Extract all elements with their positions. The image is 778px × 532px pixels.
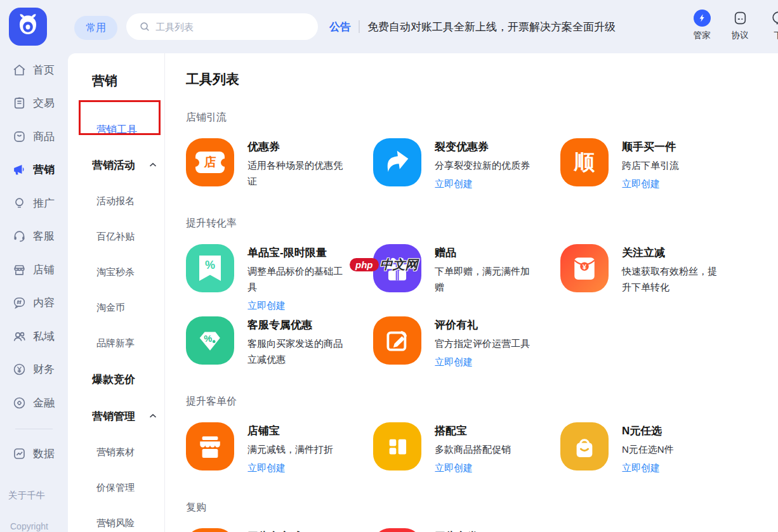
submenu-group-marketing-management[interactable]: 营销管理 [68, 398, 164, 434]
coupon-icon: 店 [186, 138, 234, 186]
svg-text:%: % [204, 334, 212, 344]
qianniu-logo[interactable] [9, 8, 47, 46]
sidebar-item-content[interactable]: 内容 [0, 287, 68, 320]
tool-desc: 下单即赠，满元满件加赠 [435, 263, 532, 295]
sidebar-item-label: 客服 [33, 229, 55, 243]
submenu-group-marketing-campaigns[interactable]: 营销活动 [68, 146, 164, 183]
tool-card-returning-discount[interactable]: 回头客立减 给指定老客的立减优惠 [186, 528, 373, 532]
bookmark-percent-icon: % [186, 244, 234, 292]
yuan-circle-icon [12, 362, 27, 377]
create-now-link[interactable]: 立即创建 [247, 299, 286, 313]
sidebar-item-promotion[interactable]: 推广 [0, 186, 68, 220]
tool-card-dianpubao[interactable]: 店铺宝 满元减钱，满件打折 立即创建 [186, 422, 373, 475]
sidebar-item-label: 金融 [33, 396, 55, 410]
layout-blocks-icon [373, 422, 421, 470]
create-now-link[interactable]: 立即创建 [622, 461, 660, 475]
megaphone-icon [12, 162, 27, 177]
tool-card-cs-exclusive[interactable]: % 客服专属优惠 客服向买家发送的商品立减优惠 [186, 316, 373, 369]
tool-card-buy-one-more[interactable]: 顺 顺手买一件 跨店下单引流 立即创建 [560, 138, 748, 191]
notice-badge[interactable]: 公告 [329, 20, 351, 34]
download-label: 下 [762, 30, 778, 41]
tool-card-returning-coupon[interactable]: 回头客券 让老客回购的运营工具 [373, 528, 560, 532]
tool-card-dapeibao[interactable]: 搭配宝 多款商品搭配促销 立即创建 [373, 422, 560, 475]
submenu-item-brand-new[interactable]: 品牌新享 [68, 325, 164, 361]
agreement-button[interactable]: 协议 [723, 10, 756, 41]
tool-card-split-coupon[interactable]: 裂变优惠券 分享裂变拉新的优质券 立即创建 [373, 138, 560, 191]
search-input[interactable] [155, 22, 309, 32]
announcement-bar[interactable]: 公告 免费自动对账工具全新上线，开票解决方案全面升级 [329, 0, 616, 53]
sidebar-item-home[interactable]: 首页 [0, 53, 68, 87]
create-now-link[interactable]: 立即创建 [435, 461, 473, 475]
sidebar-item-service[interactable]: 客服 [0, 220, 68, 254]
tool-card-n-yuan[interactable]: N元任选 N元任选N件 立即创建 [560, 422, 748, 475]
create-now-link[interactable]: 立即创建 [435, 177, 473, 191]
tag-percent-icon: % [186, 316, 234, 365]
create-now-link[interactable]: 立即创建 [247, 461, 286, 475]
search-icon [139, 21, 150, 32]
sidebar-item-label: 商品 [33, 129, 55, 144]
sidebar-item-shop[interactable]: 店铺 [0, 253, 68, 287]
sidebar-item-trade[interactable]: 交易 [0, 87, 68, 120]
tool-card-danpinbao[interactable]: % 单品宝-限时限量 调整单品标价的基础工具 立即创建 [186, 244, 373, 313]
quick-access-button[interactable]: 常用 [74, 16, 117, 40]
sidebar-divider [15, 429, 53, 429]
card-grid: 回头客立减 给指定老客的立减优惠 回头客券 让老客回购的运营工具 [186, 528, 778, 532]
section-label-aov: 提升客单价 [186, 394, 778, 408]
search-box[interactable] [126, 13, 318, 40]
sidebar-item-label: 首页 [33, 63, 55, 77]
submenu-item-activity-signup[interactable]: 活动报名 [68, 183, 164, 219]
download-button[interactable]: 下 [762, 10, 778, 41]
sidebar-item-finance[interactable]: 财务 [0, 353, 68, 387]
tool-card-review-reward[interactable]: 评价有礼 官方指定评价运营工具 立即创建 [373, 316, 560, 369]
shopping-bag-icon [560, 422, 609, 470]
submenu-item-price-protection[interactable]: 价保管理 [68, 470, 164, 505]
about-qianniu-link[interactable]: 关于千牛 [8, 490, 45, 502]
chevron-up-icon[interactable] [149, 413, 157, 418]
chevron-up-icon[interactable] [149, 162, 157, 167]
sidebar-item-financial[interactable]: 金融 [0, 386, 68, 420]
section-label-conversion: 提升转化率 [186, 216, 778, 230]
sidebar-item-label: 内容 [33, 295, 55, 310]
submenu-item-taobao-flash-sale[interactable]: 淘宝秒杀 [68, 254, 164, 290]
tool-name: 裂变优惠券 [435, 139, 532, 155]
trade-icon [12, 96, 27, 110]
tool-card-coupon[interactable]: 店 优惠券 适用各种场景的优惠凭证 [186, 138, 373, 191]
goods-icon [12, 129, 27, 144]
create-now-link[interactable]: 立即创建 [622, 177, 660, 191]
data-chart-icon [12, 446, 27, 461]
tool-desc: 调整单品标价的基础工具 [247, 263, 345, 295]
create-now-link[interactable]: 立即创建 [435, 355, 473, 369]
sidebar-item-marketing[interactable]: 营销 [0, 153, 68, 187]
tool-name: 店铺宝 [247, 424, 345, 439]
submenu-group-label: 营销管理 [92, 409, 135, 424]
bulb-icon [12, 196, 27, 211]
sidebar-item-goods[interactable]: 商品 [0, 120, 68, 153]
content-panel: 营销 营销工具 营销活动 活动报名 百亿补贴 淘宝秒杀 淘金币 品牌新享 爆款竞… [68, 53, 778, 532]
sidebar-item-label: 店铺 [33, 263, 55, 277]
tool-name: 客服专属优惠 [247, 318, 345, 333]
tool-name: 评价有礼 [435, 318, 532, 333]
tool-card-follow-discount[interactable]: ¥ 关注立减 快速获取有效粉丝，提升下单转化 [560, 244, 748, 313]
tool-name: N元任选 [622, 424, 720, 439]
tool-desc: 分享裂变拉新的优质券 [435, 157, 532, 173]
sidebar-item-private-domain[interactable]: 私域 [0, 320, 68, 353]
announcement-text[interactable]: 免费自动对账工具全新上线，开票解决方案全面升级 [367, 20, 616, 34]
tool-card-gift[interactable]: 赠品 下单即赠，满元满件加赠 [373, 244, 560, 313]
sidebar-item-label: 数据 [33, 446, 55, 461]
submenu-item-tao-gold-coin[interactable]: 淘金币 [68, 290, 164, 325]
butler-button[interactable]: 管家 [685, 10, 718, 41]
submenu-group-hot-bidding[interactable]: 爆款竞价 [68, 361, 164, 398]
submenu-item-billion-subsidy[interactable]: 百亿补贴 [68, 219, 164, 254]
tool-name: 单品宝-限时限量 [247, 245, 345, 261]
sidebar-item-data[interactable]: 数据 [0, 438, 68, 471]
coin-icon [12, 396, 27, 410]
marketing-submenu: 营销 营销工具 营销活动 活动报名 百亿补贴 淘宝秒杀 淘金币 品牌新享 爆款竞… [68, 53, 165, 532]
card-grid: 店 优惠券 适用各种场景的优惠凭证 裂变优惠券 分享裂变拉新的优质券 立即创建 … [186, 138, 778, 191]
agreement-label: 协议 [723, 30, 756, 41]
submenu-item-marketing-tools[interactable]: 营销工具 [68, 114, 164, 146]
primary-sidebar: 首页 交易 商品 营销 推广 客服 店铺 内容 私域 财务 金融 [0, 53, 68, 532]
submenu-item-marketing-materials[interactable]: 营销素材 [68, 434, 164, 470]
tool-desc: 快速获取有效粉丝，提升下单转化 [622, 263, 720, 295]
butler-label: 管家 [685, 30, 718, 41]
submenu-item-marketing-risk[interactable]: 营销风险 [68, 505, 164, 532]
